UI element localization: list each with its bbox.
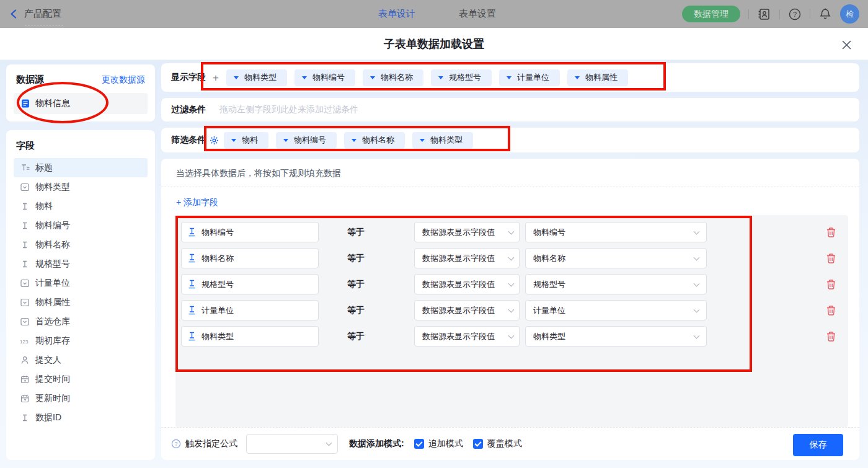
chevron-down-icon <box>694 254 700 260</box>
text-icon <box>20 260 30 268</box>
change-datasource-link[interactable]: 更改数据源 <box>102 74 145 86</box>
rule-source-select[interactable]: 数据源表显示字段值 <box>414 300 520 320</box>
question-circle-icon[interactable]: ? <box>171 439 181 449</box>
field-item[interactable]: 物料 <box>14 196 148 216</box>
checkbox-checked-icon[interactable] <box>473 439 483 449</box>
topbar-tab[interactable]: 表单设计 <box>378 8 415 20</box>
field-tag[interactable]: 物料名称 <box>363 69 423 86</box>
field-tag[interactable]: 物料属性 <box>567 69 628 86</box>
field-item-label: 物料名称 <box>35 239 70 250</box>
back-navigation[interactable]: 产品配置 <box>9 0 61 28</box>
field-item-label: 更新时间 <box>35 393 70 404</box>
contacts-icon[interactable] <box>757 7 771 21</box>
field-item-label: 物料类型 <box>35 182 70 193</box>
back-chevron-icon[interactable] <box>9 9 19 19</box>
field-item[interactable]: 首选仓库 <box>14 312 148 331</box>
divider <box>810 9 810 19</box>
dashed-divider <box>161 187 859 187</box>
field-item[interactable]: 123期初库存 <box>14 331 148 350</box>
rule-source-select[interactable]: 数据源表显示字段值 <box>414 248 520 268</box>
delete-row-icon[interactable] <box>826 279 836 290</box>
rule-target-select[interactable]: 物料编号 <box>525 222 707 242</box>
tag-label: 物料属性 <box>585 72 618 83</box>
filter-condition-label: 过滤条件 <box>171 104 207 115</box>
field-item[interactable]: 标题 <box>14 158 148 177</box>
field-item-label: 期初库存 <box>35 335 70 347</box>
person-icon <box>20 356 30 364</box>
field-item[interactable]: 物料编号 <box>14 216 148 235</box>
field-item[interactable]: 规格型号 <box>14 254 148 273</box>
tag-label: 物料类型 <box>244 72 277 83</box>
field-tag[interactable]: 物料编号 <box>276 132 337 149</box>
field-item[interactable]: 数据ID <box>14 408 148 427</box>
tag-label: 物料类型 <box>430 135 463 146</box>
field-item[interactable]: 提交人 <box>14 350 148 369</box>
text-icon <box>20 241 30 249</box>
rule-target-select[interactable]: 规格型号 <box>525 274 707 294</box>
mode-option[interactable]: 覆盖模式 <box>473 438 522 449</box>
text-field-icon <box>188 227 196 237</box>
rule-source-select[interactable]: 数据源表显示字段值 <box>414 222 520 242</box>
close-icon[interactable] <box>839 38 853 51</box>
field-tag[interactable]: 物料 <box>224 132 268 149</box>
rule-source-select[interactable]: 数据源表显示字段值 <box>414 326 520 347</box>
mode-option-label: 追加模式 <box>428 438 463 449</box>
rule-field-box[interactable]: 物料编号 <box>181 222 319 242</box>
select-icon <box>20 279 30 288</box>
caret-down-icon <box>352 139 356 142</box>
tag-label: 物料名称 <box>381 72 413 83</box>
filter-condition-row[interactable]: 过滤条件 拖动左侧字段到此处来添加过滤条件 <box>161 98 859 121</box>
page-title: 子表单数据加载设置 <box>0 28 868 60</box>
field-item[interactable]: 计量单位 <box>14 273 148 293</box>
rule-source-select[interactable]: 数据源表显示字段值 <box>414 274 520 294</box>
rule-field-box[interactable]: 规格型号 <box>181 274 319 294</box>
rule-field-box[interactable]: 物料类型 <box>181 326 319 347</box>
screen-condition-label: 筛选条件 <box>171 135 206 146</box>
checkbox-checked-icon[interactable] <box>414 439 424 449</box>
modal-body: 数据源 更改数据源 物料信息 字段 标题物料类型物料物料编号物料名称规格型号计量… <box>0 60 868 468</box>
rule-row: 物料类型等于数据源表显示字段值物料类型 <box>175 326 848 347</box>
field-tag[interactable]: 计量单位 <box>499 69 560 86</box>
add-field-link[interactable]: + 添加字段 <box>176 197 218 208</box>
rule-target-select[interactable]: 计量单位 <box>525 300 707 320</box>
field-item[interactable]: 物料属性 <box>14 293 148 312</box>
field-tag[interactable]: 物料名称 <box>344 132 405 149</box>
bell-icon[interactable] <box>818 7 832 21</box>
add-display-field-icon[interactable]: + <box>213 73 219 83</box>
rule-row: 物料编号等于数据源表显示字段值物料编号 <box>175 222 848 242</box>
rule-target-value: 计量单位 <box>533 305 565 316</box>
datasource-item[interactable]: 物料信息 <box>14 93 148 114</box>
field-tag[interactable]: 物料编号 <box>294 69 355 86</box>
delete-row-icon[interactable] <box>826 253 836 264</box>
caret-down-icon <box>283 139 288 142</box>
gear-icon[interactable] <box>210 136 219 145</box>
svg-text:?: ? <box>793 11 797 18</box>
field-item[interactable]: 提交时间 <box>14 369 148 389</box>
data-manage-button[interactable]: 数据管理 <box>682 6 740 22</box>
back-label[interactable]: 产品配置 <box>24 8 61 20</box>
field-tag[interactable]: 规格型号 <box>431 69 492 86</box>
rule-target-select[interactable]: 物料名称 <box>525 248 707 268</box>
help-icon[interactable]: ? <box>788 7 802 21</box>
save-button[interactable]: 保存 <box>793 434 843 456</box>
field-item[interactable]: 更新时间 <box>14 389 148 408</box>
rule-target-select[interactable]: 物料类型 <box>525 326 707 347</box>
delete-row-icon[interactable] <box>826 227 836 238</box>
rule-source-value: 数据源表显示字段值 <box>422 331 495 342</box>
rule-field-box[interactable]: 计量单位 <box>181 300 319 320</box>
caret-down-icon <box>575 76 580 79</box>
topbar-tab[interactable]: 表单设置 <box>459 8 496 20</box>
select-icon <box>20 317 30 326</box>
field-tag[interactable]: 物料类型 <box>412 132 473 149</box>
text-field-icon <box>188 254 196 263</box>
mode-option[interactable]: 追加模式 <box>414 438 463 449</box>
delete-row-icon[interactable] <box>826 331 836 342</box>
field-item[interactable]: 物料名称 <box>14 235 148 254</box>
rule-field-box[interactable]: 物料名称 <box>181 248 319 268</box>
fields-list: 标题物料类型物料物料编号物料名称规格型号计量单位物料属性首选仓库123期初库存提… <box>6 157 155 428</box>
field-tag[interactable]: 物料类型 <box>226 69 287 86</box>
avatar[interactable]: 检 <box>840 4 859 24</box>
formula-select[interactable] <box>246 434 338 454</box>
delete-row-icon[interactable] <box>826 305 836 316</box>
field-item[interactable]: 物料类型 <box>14 177 148 196</box>
